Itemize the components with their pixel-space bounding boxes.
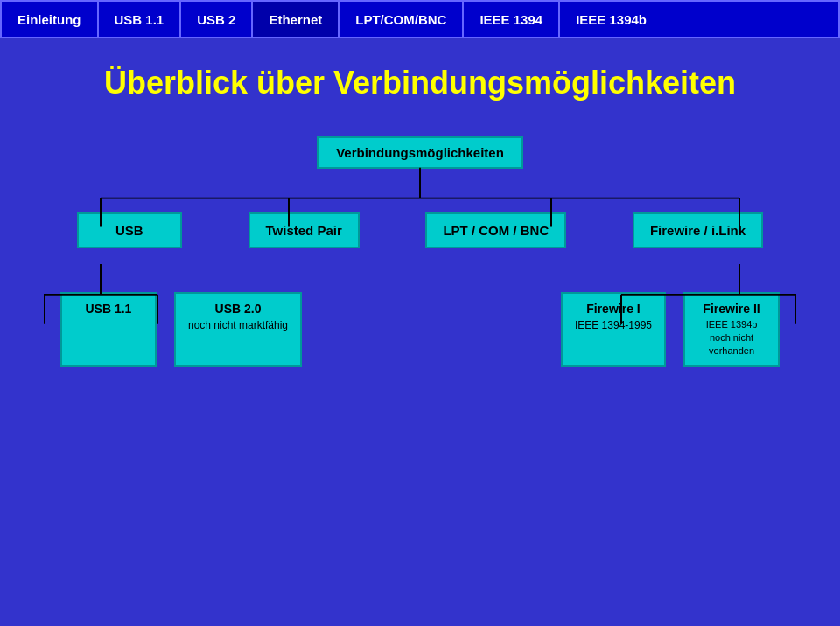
node-firewire: Firewire / i.Link <box>633 212 763 248</box>
nav-einleitung[interactable]: Einleitung <box>2 2 99 37</box>
node-twisted: Twisted Pair <box>248 212 360 248</box>
nav-usb1[interactable]: USB 1.1 <box>99 2 182 37</box>
node-usb20: USB 2.0 noch nicht marktfähig <box>174 292 302 367</box>
navigation-bar: Einleitung USB 1.1 USB 2 Ethernet LPT/CO… <box>0 0 840 38</box>
nav-ethernet[interactable]: Ethernet <box>253 2 340 37</box>
node-usb11: USB 1.1 <box>60 292 157 367</box>
nav-ieee1394b[interactable]: IEEE 1394b <box>560 2 662 37</box>
node-firewire2: Firewire II IEEE 1394bnoch nichtvorhande… <box>683 292 780 367</box>
nav-ieee1394[interactable]: IEEE 1394 <box>464 2 560 37</box>
root-node: Verbindungsmöglichkeiten <box>317 136 523 169</box>
node-usb: USB <box>77 212 182 248</box>
tree-diagram: Verbindungsmöglichkeiten USB Twisted Pai… <box>44 136 796 367</box>
node-firewire1: Firewire I IEEE 1394-1995 <box>561 292 666 367</box>
main-content: Überblick über Verbindungsmöglichkeiten <box>0 38 840 626</box>
nav-usb2[interactable]: USB 2 <box>181 2 253 37</box>
level2-row: USB 1.1 USB 2.0 noch nicht marktfähig Fi… <box>44 292 796 367</box>
page-title: Überblick über Verbindungsmöglichkeiten <box>26 65 814 101</box>
level1-row: USB Twisted Pair LPT / COM / BNC Firewir… <box>44 212 796 248</box>
node-lptcom: LPT / COM / BNC <box>425 212 566 248</box>
root-row: Verbindungsmöglichkeiten <box>44 136 796 169</box>
nav-lpt[interactable]: LPT/COM/BNC <box>340 2 464 37</box>
